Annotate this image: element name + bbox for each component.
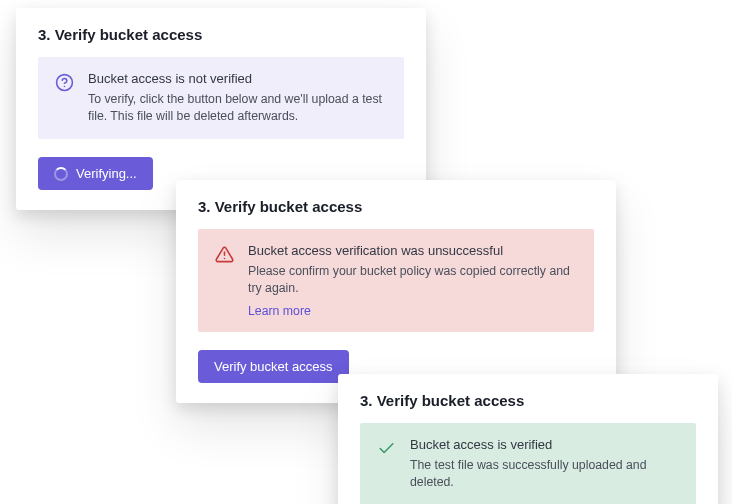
alert-description: The test file was successfully uploaded … xyxy=(410,457,680,493)
verify-button[interactable]: Verify bucket access xyxy=(198,350,349,383)
verify-button-loading[interactable]: Verifying... xyxy=(38,157,153,190)
alert-success: Bucket access is verified The test file … xyxy=(360,423,696,504)
alert-description: Please confirm your bucket policy was co… xyxy=(248,263,578,299)
alert-description: To verify, click the button below and we… xyxy=(88,91,388,127)
alert-title: Bucket access is not verified xyxy=(88,70,388,88)
button-label: Verify bucket access xyxy=(214,359,333,374)
verify-bucket-card-success: 3. Verify bucket access Bucket access is… xyxy=(338,374,718,504)
step-title: 3. Verify bucket access xyxy=(38,26,404,43)
step-title: 3. Verify bucket access xyxy=(360,392,696,409)
step-title: 3. Verify bucket access xyxy=(198,198,594,215)
alert-error: Bucket access verification was unsuccess… xyxy=(198,229,594,332)
spinner-icon xyxy=(54,167,68,181)
verify-bucket-card-error: 3. Verify bucket access Bucket access ve… xyxy=(176,180,616,403)
alert-title: Bucket access verification was unsuccess… xyxy=(248,242,578,260)
check-icon xyxy=(376,438,396,458)
alert-title: Bucket access is verified xyxy=(410,436,680,454)
alert-body: Bucket access is verified The test file … xyxy=(410,436,680,492)
alert-neutral: Bucket access is not verified To verify,… xyxy=(38,57,404,139)
alert-body: Bucket access verification was unsuccess… xyxy=(248,242,578,319)
learn-more-link[interactable]: Learn more xyxy=(248,304,311,318)
help-circle-icon xyxy=(54,72,74,92)
alert-body: Bucket access is not verified To verify,… xyxy=(88,70,388,126)
alert-triangle-icon xyxy=(214,244,234,264)
button-label: Verifying... xyxy=(76,166,137,181)
